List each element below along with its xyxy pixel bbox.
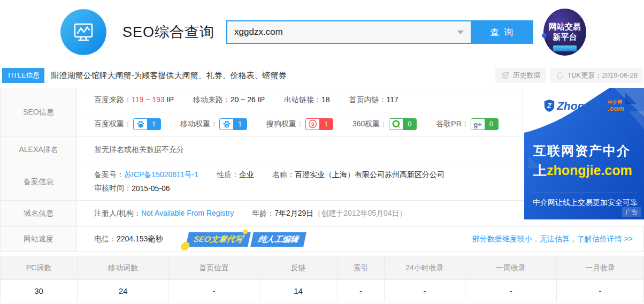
baidu-weight: 百度权重：1: [94, 118, 161, 130]
svg-text:m: m: [225, 124, 228, 127]
ad-divider: [531, 193, 638, 193]
stats-header: 一周收录: [465, 256, 556, 280]
stats-value: -: [169, 280, 259, 302]
shield-icon: Z: [543, 99, 555, 112]
stats-header: 移动词数: [78, 256, 168, 280]
stats-column-backlinks: 反链 14: [259, 256, 337, 302]
svg-text:S: S: [311, 121, 314, 127]
row-label-speed: 网站速度: [1, 227, 77, 252]
zhongjie-logo: Z ZhongJie 中介网 .com: [543, 99, 624, 112]
icp-line1: 备案号：苏ICP备15020611号-1 性质：企业 名称：百澄实业（上海）有限…: [94, 170, 523, 180]
ad-brand-suffix: .com: [608, 105, 624, 112]
stats-value[interactable]: 24: [78, 280, 168, 302]
stats-column-month-included: 一月收录 -: [556, 256, 643, 302]
ad-label: 广告: [622, 207, 641, 217]
baidu-traffic: 百度来路：119 ~ 193 IP: [94, 95, 174, 105]
sogou-s-icon: S: [306, 119, 319, 130]
layers-icon: [501, 71, 510, 80]
homepage-internal-links: 首页内链：117: [349, 95, 398, 105]
stats-value[interactable]: 14: [259, 280, 337, 302]
stats-column-week-included: 一周收录 -: [465, 256, 556, 302]
baidu-paw-icon: [134, 119, 147, 130]
main-info-area: SEO信息 百度来路：119 ~ 193 IP 移动来路：20 ~ 26 IP …: [0, 88, 644, 252]
search-input-wrap: [226, 20, 471, 44]
svg-text:Z: Z: [547, 102, 551, 110]
stats-header: 反链: [259, 256, 337, 280]
tdk-update-button[interactable]: TDK更新：2019-06-28: [550, 68, 643, 83]
chevron-down-icon[interactable]: [457, 31, 464, 34]
svg-text:g+: g+: [474, 120, 482, 128]
row-label-alexa: ALEXA排名: [1, 136, 77, 163]
site-trade-platform-badge[interactable]: 网站交易 新平台: [543, 9, 586, 56]
outbound-links: 出站链接：18: [284, 95, 330, 105]
icp-line2: 审核时间：2015-05-06: [94, 184, 523, 193]
baidu-mobile-paw-icon: m: [220, 119, 233, 130]
stats-header: 首页位置: [169, 256, 259, 280]
stats-value: -: [385, 280, 465, 302]
stats-header: 24小时收录: [385, 256, 465, 280]
baidu-weight-value: 1: [147, 119, 160, 130]
sogou-weight: 搜狗权重：S1: [266, 118, 333, 130]
history-data-button[interactable]: 历史数据: [495, 68, 546, 83]
google-pr: 谷歌PR：g+0: [436, 118, 498, 130]
mobile-weight: 移动权重：m1: [180, 118, 247, 130]
ad-domain-line: 上zhongjie.com: [533, 162, 632, 179]
google-pr-badge[interactable]: g+0: [471, 118, 499, 130]
history-data-label: 历史数据: [513, 71, 541, 80]
google-plus-icon: g+: [471, 119, 485, 130]
stats-column-pc-words: PC词数 30: [1, 256, 77, 302]
icp-audit-date: 2015-05-06: [132, 184, 170, 193]
telecom-speed: 电信：2204.153毫秒: [94, 234, 163, 244]
title-bar: TITLE信息 阳澄湖蟹公馆牌大闸蟹-为顾客提供大闸蟹、礼券、价格表、螃蟹券 历…: [0, 67, 644, 83]
row-seo-info: SEO信息 百度来路：119 ~ 193 IP 移动来路：20 ~ 26 IP …: [1, 88, 523, 136]
search-input[interactable]: [227, 21, 471, 43]
promo-seg-1: SEO文章代写: [186, 232, 251, 247]
header: SEO综合查询 查 询 网站交易 新平台: [0, 0, 644, 64]
google-pr-value: 0: [485, 119, 498, 130]
registrant-link[interactable]: Not Available From Registry: [141, 209, 234, 217]
site-title-text: 阳澄湖蟹公馆牌大闸蟹-为顾客提供大闸蟹、礼券、价格表、螃蟹券: [51, 71, 490, 81]
promo-badge-line1: 网站交易: [549, 22, 581, 32]
icp-nature: 企业: [239, 170, 254, 179]
stats-header: 索引: [338, 256, 384, 280]
seo-metrics-line: 百度来路：119 ~ 193 IP 移动来路：20 ~ 26 IP 出站链接：1…: [77, 88, 523, 112]
360-ring-icon: [389, 119, 403, 130]
valuation-detail-link[interactable]: 部分数据维度较小，无法估算，了解估价详情 >>: [472, 234, 633, 244]
ad-brand-name: ZhongJie: [557, 100, 607, 112]
mobile-traffic: 移动来路：20 ~ 26 IP: [193, 95, 265, 105]
seo-weights-line: 百度权重：1 移动权重：m1 搜狗权重：S1 360权重：0 谷歌PR：g+0: [77, 112, 523, 135]
baidu-weight-badge[interactable]: 1: [133, 118, 161, 130]
domain-created-note: （创建于2012年05月04日）: [313, 209, 407, 217]
360-weight-value: 0: [403, 119, 416, 130]
icp-number-link[interactable]: 苏ICP备15020611号-1: [124, 170, 198, 179]
page-title: SEO综合查询: [122, 22, 214, 42]
row-domain-info: 域名信息 注册人/机构：Not Available From Registry …: [1, 200, 523, 226]
tdk-update-label: TDK更新：2019-06-28: [568, 71, 638, 80]
promo-seg-2: 纯人工编辑: [250, 232, 306, 247]
domain-age: 7年2月29日: [274, 209, 313, 217]
stats-header: 一月收录: [557, 256, 643, 280]
row-alexa: ALEXA排名 暂无排名或相关数据不充分: [1, 136, 523, 163]
seo-tool-logo: [60, 9, 106, 55]
ad-tagline: 中介网让线上交易更加安全可靠: [533, 198, 638, 208]
stats-value: -: [557, 280, 643, 302]
stats-value: -: [465, 280, 556, 302]
icp-company-name: 百澄实业（上海）有限公司苏州高新区分公司: [295, 170, 444, 179]
search-box: 查 询: [226, 20, 533, 44]
360-weight-badge[interactable]: 0: [389, 118, 417, 130]
query-button[interactable]: 查 询: [471, 20, 533, 44]
stats-header: PC词数: [1, 256, 77, 280]
stats-value[interactable]: 30: [1, 280, 77, 302]
info-table: SEO信息 百度来路：119 ~ 193 IP 移动来路：20 ~ 26 IP …: [0, 88, 523, 226]
stats-column-index: 索引 -: [337, 256, 384, 302]
mobile-weight-badge[interactable]: m1: [219, 118, 247, 130]
row-site-speed: 网站速度 电信：2204.153毫秒 SEO文章代写 纯人工编辑 部分数据维度较…: [0, 226, 644, 252]
stats-column-24h-included: 24小时收录 -: [384, 256, 465, 302]
sogou-weight-badge[interactable]: S1: [305, 118, 333, 130]
360-weight: 360权重：0: [352, 118, 417, 130]
row-label-domain: 域名信息: [1, 201, 77, 226]
seo-article-promo-banner[interactable]: SEO文章代写 纯人工编辑: [186, 232, 306, 247]
stats-column-homepage-position: 首页位置 -: [168, 256, 259, 302]
zhongjie-ad-banner[interactable]: Z ZhongJie 中介网 .com 互联网资产中介 上zhongjie.co…: [524, 88, 644, 219]
stats-column-mobile-words: 移动词数 24: [77, 256, 168, 302]
